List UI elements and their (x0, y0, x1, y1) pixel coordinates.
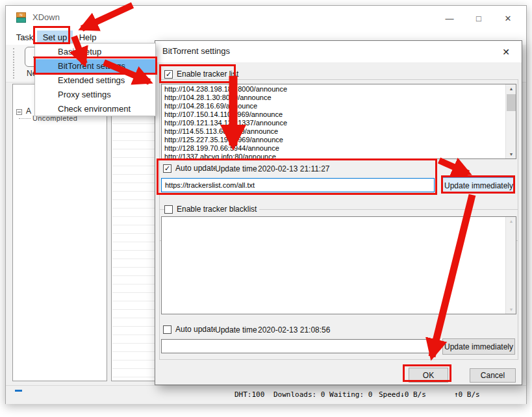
tracker-auto-update-checkbox[interactable]: ✓ Auto update (163, 163, 220, 173)
menu-item-check-environment[interactable]: Check environment (35, 102, 155, 116)
menu-help[interactable]: Help (75, 31, 101, 44)
scrollbar-thumb[interactable] (507, 94, 516, 111)
tracker-url: http://104.28.16.69/announce (164, 102, 504, 110)
minimize-button[interactable]: — (435, 10, 464, 27)
dialog-title-bar: BitTorrent settings ✕ (155, 41, 522, 62)
app-logo-top: N (16, 12, 26, 18)
maximize-icon: □ (476, 14, 481, 23)
blacklist-auto-update-checkbox[interactable]: Auto update (163, 324, 220, 335)
tracker-url: http://1337.abcvg.info:80/announce (164, 153, 504, 159)
enable-tracker-list-label: Enable tracker list (177, 70, 238, 79)
checkbox-checked-icon: ✓ (163, 164, 171, 173)
tracker-list-scrollbar[interactable]: ▲ ▼ (505, 84, 516, 158)
maximize-button[interactable]: □ (464, 10, 493, 27)
enable-tracker-blacklist-checkbox[interactable]: Enable tracker blacklist (164, 204, 259, 214)
scroll-up-icon[interactable]: ▲ (506, 219, 516, 223)
screenshot-stage: N XDown — □ ✕ Task Set up Help (0, 0, 532, 417)
tracker-auto-update-label: Auto update (175, 164, 218, 173)
tree-collapse-icon[interactable] (16, 109, 22, 115)
title-bar: N XDown — □ ✕ (6, 6, 526, 29)
checkbox-unchecked-icon (163, 325, 171, 334)
enable-tracker-blacklist-label: Enable tracker blacklist (177, 205, 257, 214)
menu-task[interactable]: Task (12, 31, 37, 44)
status-accent-dash (15, 390, 22, 392)
close-button[interactable]: ✕ (494, 10, 522, 27)
blacklist-source-url-input[interactable] (161, 339, 435, 353)
tracker-url: http://104.238.198.186:8000/announce (164, 85, 504, 94)
tracker-url-list[interactable]: http://104.238.198.186:8000/announce htt… (161, 84, 516, 159)
tracker-url: http://104.28.1.30:8080/announce (164, 94, 504, 102)
status-queue: Downloads: 0 Waiting: 0 (273, 390, 372, 399)
menu-item-proxy-settings[interactable]: Proxy settings (35, 88, 155, 102)
scroll-down-icon[interactable]: ▼ (506, 307, 516, 312)
dialog-close-icon: ✕ (502, 47, 510, 57)
scroll-down-icon[interactable]: ▼ (506, 152, 516, 157)
cancel-label: Cancel (481, 371, 505, 380)
tracker-url: http://114.55.113.60:6969/announce (164, 127, 504, 136)
status-speed-up: ↑0 B/s (454, 390, 480, 399)
toolbar-gripper[interactable] (13, 48, 15, 79)
ok-label: OK (423, 371, 434, 380)
tracker-update-now-button[interactable]: Update immediately (442, 177, 515, 194)
blacklist-textarea[interactable]: ▲ ▼ (161, 216, 516, 314)
minus-glyph (18, 112, 21, 112)
blacklist-auto-update-label: Auto update (175, 325, 218, 334)
tracker-url: http://125.227.35.196:6969/announce (164, 136, 504, 144)
app-logo-icon: N (16, 12, 27, 23)
tracker-update-time-value: 2020-02-13 21:11:27 (258, 164, 330, 173)
dialog-title: BitTorrent settings (162, 46, 230, 56)
tracker-url: http://109.121.134.121:1337/announce (164, 119, 504, 127)
close-icon: ✕ (505, 14, 512, 23)
scroll-up-icon[interactable]: ▲ (506, 86, 516, 91)
status-speed-down: Speed↓0 B/s (379, 390, 426, 399)
cancel-button[interactable]: Cancel (470, 368, 516, 383)
tracker-url: http://128.199.70.66:5944/announce (164, 144, 504, 153)
checkbox-unchecked-icon (164, 205, 173, 214)
menu-item-extended-settings[interactable]: Extended settings (35, 73, 155, 88)
tracker-source-url-input[interactable] (161, 178, 435, 192)
tracker-url: http://107.150.14.110:6969/announce (164, 110, 504, 119)
dialog-close-button[interactable]: ✕ (497, 44, 515, 60)
blacklist-scrollbar[interactable]: ▲ ▼ (505, 217, 516, 314)
menu-item-basic-setup[interactable]: Basic setup (35, 45, 155, 59)
setup-menu-popup: Basic setup BitTorrent settings Extended… (34, 43, 156, 116)
enable-tracker-list-checkbox[interactable]: ✓ Enable tracker list (164, 69, 241, 79)
app-logo-bottom (16, 18, 26, 23)
tree-root-item[interactable]: A (26, 107, 31, 116)
blacklist-update-time-value: 2020-02-13 21:08:56 (258, 325, 330, 335)
checkbox-checked-icon: ✓ (164, 70, 173, 79)
tracker-update-now-label: Update immediately (444, 181, 513, 190)
status-bar: DHT:100 Downloads: 0 Waiting: 0 Speed↓0 … (6, 385, 526, 404)
tracker-update-time-label: Update time (215, 164, 257, 173)
bittorrent-settings-dialog: BitTorrent settings ✕ ✓ Enable tracker l… (155, 40, 522, 385)
check-glyph: ✓ (166, 71, 171, 78)
tracker-url-lines: http://104.238.198.186:8000/announce htt… (164, 85, 504, 159)
window-title: XDown (32, 12, 60, 22)
blacklist-update-time-label: Update time (215, 325, 257, 335)
menu-item-bittorrent-settings[interactable]: BitTorrent settings (35, 59, 155, 73)
blacklist-update-now-button[interactable]: Update immediately (442, 338, 515, 355)
menu-setup[interactable]: Set up (37, 31, 73, 44)
check-glyph: ✓ (164, 165, 170, 172)
status-dht: DHT:100 (234, 390, 264, 399)
ok-button[interactable]: OK (409, 368, 448, 383)
tree-branch-line (19, 118, 31, 119)
task-tree-panel: A Uncompleted (12, 84, 107, 381)
minimize-icon: — (446, 14, 454, 23)
blacklist-update-now-label: Update immediately (444, 342, 513, 351)
